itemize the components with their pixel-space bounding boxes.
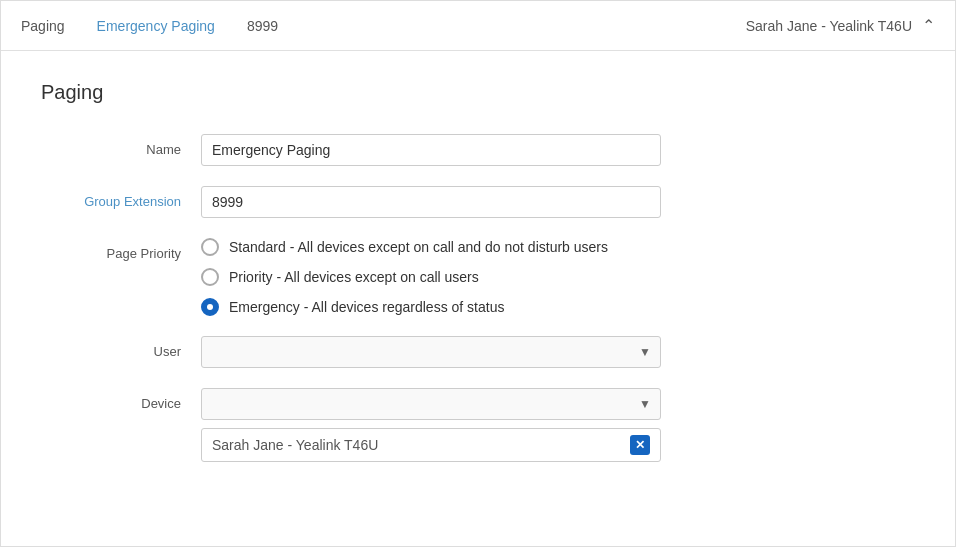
device-select[interactable] xyxy=(201,388,661,420)
tag-text: Sarah Jane - Yealink T46U xyxy=(212,437,622,453)
user-select-wrap: ▼ xyxy=(201,336,661,368)
user-select[interactable] xyxy=(201,336,661,368)
group-extension-input-wrap xyxy=(201,186,661,218)
device-tag: Sarah Jane - Yealink T46U ✕ xyxy=(201,428,661,462)
page-priority-row: Page Priority Standard - All devices exc… xyxy=(41,238,841,316)
breadcrumb-extension: 8999 xyxy=(247,18,278,34)
radio-circle-standard xyxy=(201,238,219,256)
group-extension-label: Group Extension xyxy=(41,186,201,209)
radio-label-standard: Standard - All devices except on call an… xyxy=(229,239,608,255)
name-input-wrap xyxy=(201,134,661,166)
radio-label-priority: Priority - All devices except on call us… xyxy=(229,269,479,285)
page-wrapper: Paging Emergency Paging 8999 Sarah Jane … xyxy=(0,0,956,547)
radio-circle-emergency xyxy=(201,298,219,316)
radio-circle-priority xyxy=(201,268,219,286)
user-label: User xyxy=(41,336,201,359)
breadcrumb-bar: Paging Emergency Paging 8999 Sarah Jane … xyxy=(1,1,955,51)
radio-priority[interactable]: Priority - All devices except on call us… xyxy=(201,268,661,286)
breadcrumb-emergency-paging[interactable]: Emergency Paging xyxy=(97,18,215,34)
radio-label-emergency: Emergency - All devices regardless of st… xyxy=(229,299,504,315)
radio-standard[interactable]: Standard - All devices except on call an… xyxy=(201,238,661,256)
name-input[interactable] xyxy=(201,134,661,166)
group-extension-input[interactable] xyxy=(201,186,661,218)
breadcrumb-device: Sarah Jane - Yealink T46U xyxy=(746,18,912,34)
page-title: Paging xyxy=(41,81,915,104)
main-content: Paging Name Group Extension Page Priorit… xyxy=(1,51,955,546)
chevron-up-icon[interactable]: ⌃ xyxy=(922,16,935,35)
tag-close-button[interactable]: ✕ xyxy=(630,435,650,455)
device-row: Device ▼ Sarah Jane - Yealink T46U ✕ xyxy=(41,388,841,462)
radio-group-wrap: Standard - All devices except on call an… xyxy=(201,238,661,316)
breadcrumb-paging[interactable]: Paging xyxy=(21,18,65,34)
device-select-wrap: ▼ xyxy=(201,388,661,420)
radio-emergency[interactable]: Emergency - All devices regardless of st… xyxy=(201,298,661,316)
user-row: User ▼ xyxy=(41,336,841,368)
name-row: Name xyxy=(41,134,841,166)
radio-group: Standard - All devices except on call an… xyxy=(201,238,661,316)
device-label: Device xyxy=(41,388,201,411)
form-section: Name Group Extension Page Priority xyxy=(41,134,841,462)
page-priority-label: Page Priority xyxy=(41,238,201,261)
name-label: Name xyxy=(41,134,201,157)
group-extension-row: Group Extension xyxy=(41,186,841,218)
breadcrumb-right: Sarah Jane - Yealink T46U ⌃ xyxy=(746,16,935,35)
